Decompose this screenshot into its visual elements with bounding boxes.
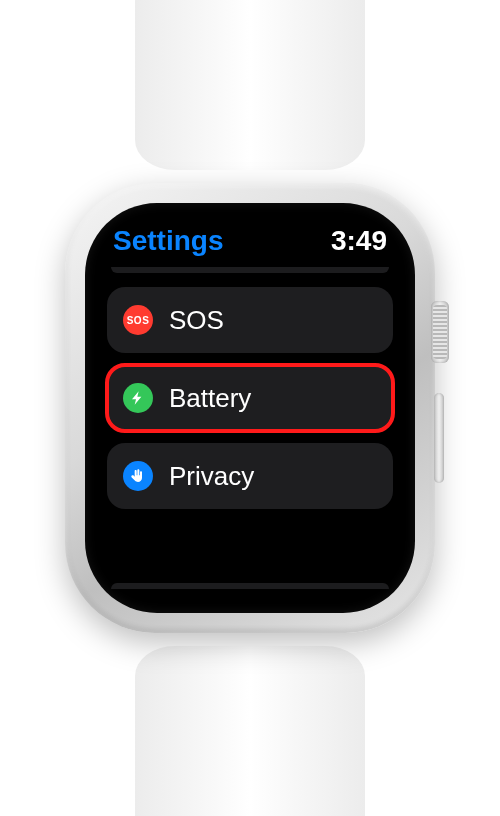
bolt-icon (123, 383, 153, 413)
status-bar: Settings 3:49 (107, 225, 393, 261)
back-title-settings[interactable]: Settings (113, 225, 223, 257)
hand-icon (123, 461, 153, 491)
settings-row-label: SOS (169, 305, 224, 336)
settings-row-privacy[interactable]: Privacy (107, 443, 393, 509)
watch-screen: Settings 3:49 SOS SOS Battery Privacy (85, 203, 415, 613)
settings-row-sos[interactable]: SOS SOS (107, 287, 393, 353)
list-top-edge (111, 267, 389, 273)
watch-band-bottom (135, 646, 365, 816)
watch-band-top (135, 0, 365, 170)
settings-row-battery[interactable]: Battery (107, 365, 393, 431)
settings-row-label: Battery (169, 383, 251, 414)
side-button[interactable] (434, 393, 444, 483)
settings-list[interactable]: SOS SOS Battery Privacy (107, 287, 393, 509)
watch-case: Settings 3:49 SOS SOS Battery Privacy (65, 183, 435, 633)
list-bottom-edge (111, 583, 389, 589)
status-time: 3:49 (331, 225, 387, 257)
digital-crown[interactable] (431, 301, 449, 363)
settings-row-label: Privacy (169, 461, 254, 492)
sos-icon: SOS (123, 305, 153, 335)
